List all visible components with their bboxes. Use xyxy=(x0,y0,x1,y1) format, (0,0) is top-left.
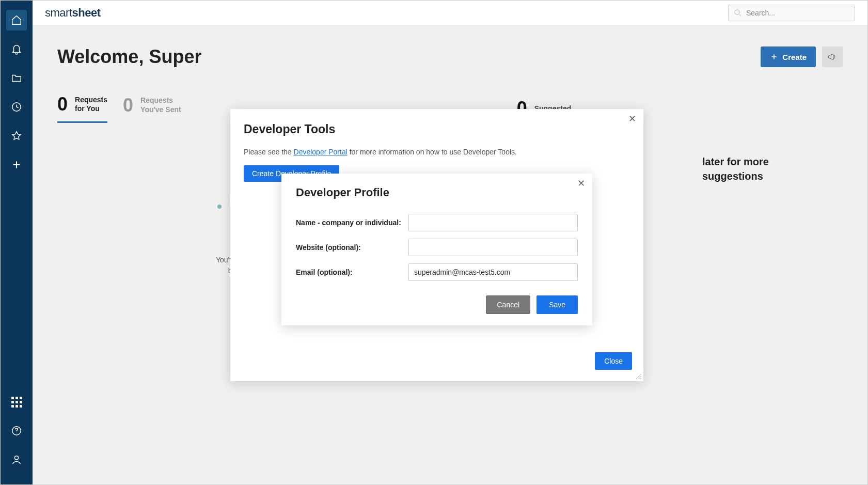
devtools-close-button[interactable]: Close xyxy=(595,352,632,370)
stat-requests-sent[interactable]: 0 Requests You've Sent xyxy=(123,93,181,123)
email-input[interactable] xyxy=(408,263,578,281)
profile-close-x[interactable]: ✕ xyxy=(577,179,585,188)
name-label: Name - company or individual: xyxy=(296,218,408,227)
profile-title: Developer Profile xyxy=(296,186,578,199)
stat-requests-for-you[interactable]: 0 Requests for You xyxy=(57,93,107,123)
nav-help[interactable] xyxy=(6,420,27,441)
developer-profile-dialog: ✕ Developer Profile Name - company or in… xyxy=(281,174,592,325)
page-title: Welcome, Super xyxy=(57,46,201,68)
suggestions-hint: later for more suggestions xyxy=(702,154,837,183)
megaphone-icon xyxy=(827,52,838,62)
apps-grid-icon xyxy=(11,397,22,408)
website-input[interactable] xyxy=(408,239,578,256)
plus-icon xyxy=(11,159,22,170)
bell-icon xyxy=(11,43,22,55)
save-button[interactable]: Save xyxy=(536,295,578,314)
star-icon xyxy=(11,130,22,142)
global-search[interactable]: Search... xyxy=(728,5,855,21)
home-icon xyxy=(11,14,22,26)
website-label: Website (optional): xyxy=(296,243,408,252)
svg-point-3 xyxy=(735,10,739,14)
nav-favorites[interactable] xyxy=(6,126,27,146)
developer-portal-link[interactable]: Developer Portal xyxy=(294,148,348,156)
devtools-title: Developer Tools xyxy=(244,122,630,136)
clock-icon xyxy=(11,101,22,113)
name-input[interactable] xyxy=(408,214,578,231)
brand-part2: sheet xyxy=(72,6,101,19)
top-bar: smartsheet Search... xyxy=(33,1,867,25)
cancel-button[interactable]: Cancel xyxy=(486,295,530,314)
search-placeholder: Search... xyxy=(746,9,775,17)
person-icon xyxy=(11,454,22,465)
create-button[interactable]: Create xyxy=(761,46,816,67)
create-button-label: Create xyxy=(782,53,807,61)
resize-handle-icon[interactable] xyxy=(635,373,642,380)
devtools-close-x[interactable]: ✕ xyxy=(628,114,636,123)
devtools-body: Please see the Developer Portal for more… xyxy=(244,148,630,156)
nav-notifications[interactable] xyxy=(6,39,27,59)
nav-account[interactable] xyxy=(6,449,27,470)
search-icon xyxy=(734,9,742,17)
plus-icon xyxy=(770,53,778,61)
brand-part1: smart xyxy=(45,6,72,19)
stat-count: 0 xyxy=(57,93,68,115)
left-nav-rail xyxy=(1,1,33,484)
nav-create[interactable] xyxy=(6,154,27,175)
nav-home[interactable] xyxy=(6,10,27,30)
announcements-button[interactable] xyxy=(822,46,843,67)
nav-recent[interactable] xyxy=(6,97,27,117)
nav-apps[interactable] xyxy=(6,392,27,412)
stat-label: Requests for You xyxy=(75,96,107,114)
stat-count: 0 xyxy=(123,95,133,116)
folder-icon xyxy=(11,72,22,84)
email-label: Email (optional): xyxy=(296,268,408,276)
nav-browse[interactable] xyxy=(6,68,27,88)
help-icon xyxy=(11,425,22,436)
svg-point-2 xyxy=(14,456,18,460)
brand-logo[interactable]: smartsheet xyxy=(45,6,100,20)
stat-label: Requests You've Sent xyxy=(140,96,181,114)
